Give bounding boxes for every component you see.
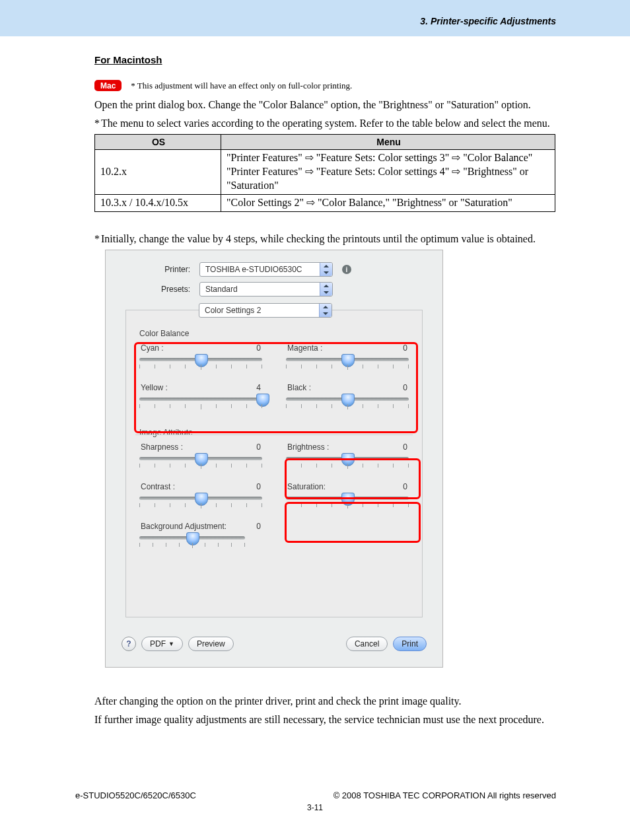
mac-badge: Mac [94, 80, 122, 91]
slider-yellow[interactable]: Yellow :4 [139, 383, 262, 413]
panel-tab-select[interactable]: Color Settings 2 [199, 303, 332, 318]
th-os: OS [95, 135, 221, 150]
help-button[interactable]: ? [122, 637, 136, 651]
chevron-updown-icon [320, 283, 332, 296]
chevron-down-icon: ▼ [168, 641, 174, 647]
after-para-2: If further image quality adjustments are… [94, 713, 556, 727]
printer-label: Printer: [106, 265, 194, 274]
print-button[interactable]: Print [393, 637, 427, 651]
section-heading: For Macintosh [94, 54, 162, 65]
cell-menu: "Printer Features" ⇨ "Feature Sets: Colo… [221, 150, 555, 194]
os-menu-table: OS Menu 10.2.x "Printer Features" ⇨ "Fea… [94, 134, 555, 211]
footer-copyright: © 2008 TOSHIBA TEC CORPORATION All right… [333, 790, 556, 800]
chevron-updown-icon [319, 304, 332, 317]
footer-model: e-STUDIO5520C/6520C/6530C [75, 790, 196, 800]
presets-label: Presets: [106, 285, 194, 294]
note-2: *Initially, change the value by 4 steps,… [94, 232, 556, 246]
group-color-balance: Color Balance [139, 329, 422, 338]
slider-magenta[interactable]: Magenta :0 [286, 343, 409, 374]
printer-value: TOSHIBA e-STUDIO6530C [200, 265, 316, 274]
slider-brightness[interactable]: Brightness :0 [286, 442, 409, 473]
slider-cyan[interactable]: Cyan :0 [139, 343, 262, 374]
after-para-1: After changing the option on the printer… [94, 694, 556, 709]
footer-page: 3-11 [0, 803, 630, 812]
group-image-attribute: Image Attribute [139, 428, 422, 437]
settings-panel: Color Settings 2 Color Balance Cyan :0 Y… [125, 310, 423, 617]
table-row: 10.2.x "Printer Features" ⇨ "Feature Set… [95, 150, 555, 194]
presets-select[interactable]: Standard [199, 282, 333, 297]
slider-sharpness[interactable]: Sharpness :0 [139, 442, 262, 473]
table-row: 10.3.x / 10.4.x/10.5x "Color Settings 2"… [95, 194, 555, 211]
chevron-updown-icon [320, 263, 332, 276]
pdf-button[interactable]: PDF▼ [141, 637, 183, 651]
note-2-text: Initially, change the value by 4 steps, … [101, 232, 536, 246]
panel-tab-value: Color Settings 2 [199, 306, 274, 315]
th-menu: Menu [221, 135, 555, 150]
chapter-title: 3. Printer-specific Adjustments [420, 16, 556, 26]
print-dialog: Printer: TOSHIBA e-STUDIO6530C i Presets… [105, 250, 443, 668]
badge-note: * This adjustment will have an effect on… [131, 81, 352, 91]
note-1-text: The menu to select varies according to t… [101, 116, 550, 131]
slider-background[interactable]: Background Adjustment:0 [139, 522, 262, 552]
cell-os: 10.2.x [95, 150, 221, 194]
slider-black[interactable]: Black :0 [286, 383, 409, 413]
info-icon[interactable]: i [342, 265, 351, 274]
slider-saturation[interactable]: Saturation:0 [286, 482, 409, 512]
cell-os: 10.3.x / 10.4.x/10.5x [95, 194, 221, 211]
slider-contrast[interactable]: Contrast :0 [139, 482, 262, 512]
main-content: For Macintosh Mac * This adjustment will… [94, 54, 556, 730]
intro-paragraph: Open the print dialog box. Change the "C… [94, 98, 556, 112]
preview-button[interactable]: Preview [188, 637, 234, 651]
cancel-button[interactable]: Cancel [346, 637, 388, 651]
presets-value: Standard [200, 285, 251, 294]
note-1: *The menu to select varies according to … [94, 116, 556, 131]
cell-menu: "Color Settings 2" ⇨ "Color Balance," "B… [221, 194, 555, 211]
printer-select[interactable]: TOSHIBA e-STUDIO6530C [199, 262, 333, 277]
